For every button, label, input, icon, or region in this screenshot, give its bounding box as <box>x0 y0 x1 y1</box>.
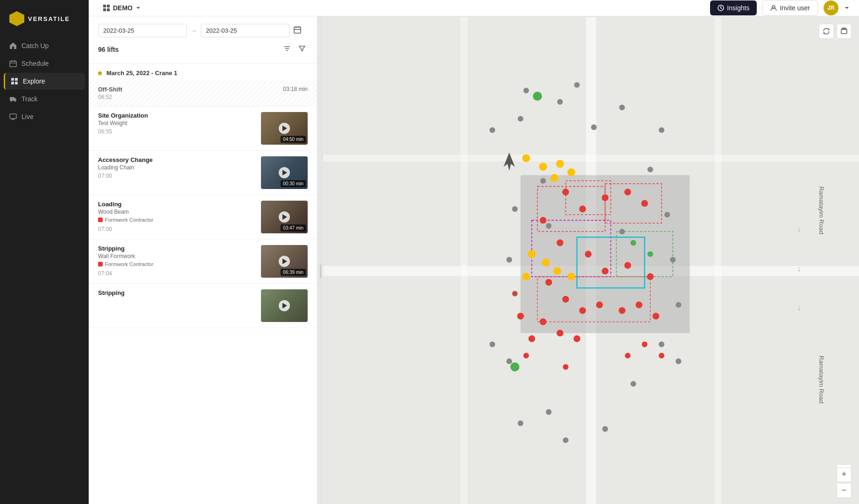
lift-subtype: Wood Beam <box>98 209 255 215</box>
svg-point-67 <box>602 426 608 432</box>
lift-time: 06:55 <box>98 128 255 135</box>
sidebar-label-live: Live <box>21 113 34 120</box>
lift-thumbnail[interactable]: 00:30 min <box>261 156 308 189</box>
lift-info: Stripping <box>98 289 255 296</box>
svg-point-100 <box>539 163 547 171</box>
chart-icon <box>718 5 724 11</box>
lift-info: Loading Wood Beam Formwork Contractor 07… <box>98 201 255 232</box>
lift-thumbnail[interactable] <box>261 289 308 322</box>
lift-thumbnail[interactable]: 04:50 min <box>261 112 308 145</box>
layers-button[interactable] <box>837 24 852 39</box>
play-button[interactable] <box>279 211 290 223</box>
svg-point-103 <box>550 174 558 182</box>
list-item[interactable]: Stripping <box>89 284 317 328</box>
zoom-out-button[interactable]: − <box>837 483 852 498</box>
main-content: DEMO Insights Invite user JR → <box>89 0 859 504</box>
svg-point-95 <box>563 364 569 370</box>
off-shift-item[interactable]: Off-Shift 06:52 03:18 min <box>89 80 317 106</box>
invite-user-button[interactable]: Invite user <box>762 0 818 16</box>
svg-rect-7 <box>15 82 18 84</box>
svg-point-69 <box>563 437 569 443</box>
svg-point-76 <box>556 239 563 246</box>
lift-type: Accessory Change <box>98 156 255 163</box>
map-area[interactable]: Ramatayim Road Ramatayim Road <box>323 16 859 504</box>
date-from-input[interactable] <box>98 24 187 37</box>
svg-point-48 <box>591 125 597 130</box>
list-item[interactable]: Stripping Wall Formwork Formwork Contrac… <box>89 239 317 284</box>
svg-point-61 <box>489 342 495 347</box>
sidebar-item-live[interactable]: Live <box>4 108 85 125</box>
filter-button[interactable] <box>296 43 308 56</box>
svg-point-85 <box>619 307 626 314</box>
panel-collapse-handle[interactable] <box>317 16 323 504</box>
svg-point-55 <box>619 229 625 234</box>
lift-info: Stripping Wall Formwork Formwork Contrac… <box>98 245 255 277</box>
svg-point-74 <box>641 200 648 207</box>
svg-rect-15 <box>107 5 110 7</box>
svg-point-84 <box>596 301 603 308</box>
svg-rect-17 <box>107 8 110 11</box>
svg-point-110 <box>510 363 519 371</box>
list-item[interactable]: Loading Wood Beam Formwork Contractor 07… <box>89 195 317 239</box>
svg-point-73 <box>624 189 631 196</box>
map-zoom-controls: + − <box>837 467 852 498</box>
tag-label: Formwork Contractor <box>105 261 153 267</box>
logo: VERSATILE <box>0 7 89 37</box>
sidebar-item-explore[interactable]: Explore <box>4 73 85 90</box>
svg-rect-0 <box>10 61 16 67</box>
svg-point-71 <box>579 206 586 213</box>
tag-color-dot <box>98 217 103 222</box>
project-selector[interactable]: DEMO <box>98 1 146 14</box>
svg-point-52 <box>648 167 653 172</box>
sidebar-label-track: Track <box>21 95 37 103</box>
lift-thumbnail[interactable]: 06:39 min <box>261 245 308 278</box>
svg-point-68 <box>518 420 523 426</box>
list-item[interactable]: Accessory Change Loading Chain 07:00 00:… <box>89 151 317 195</box>
sidebar-label-schedule: Schedule <box>21 60 49 67</box>
svg-point-81 <box>545 279 552 286</box>
svg-point-82 <box>562 296 569 303</box>
calendar-icon[interactable] <box>293 26 302 36</box>
play-button[interactable] <box>279 300 290 311</box>
user-avatar[interactable]: JR <box>824 0 838 15</box>
off-shift-label: Off-Shift <box>98 86 122 93</box>
play-button[interactable] <box>279 256 290 267</box>
svg-text:↓: ↓ <box>797 224 801 233</box>
user-menu-chevron[interactable] <box>844 5 850 11</box>
lift-tag: Formwork Contractor <box>98 261 153 267</box>
svg-rect-5 <box>15 78 18 81</box>
svg-point-93 <box>513 291 517 296</box>
calendar-icon <box>9 60 17 67</box>
svg-point-88 <box>540 318 547 325</box>
svg-point-9 <box>11 101 12 102</box>
map-controls-top <box>819 24 852 39</box>
svg-point-72 <box>602 194 609 201</box>
svg-point-112 <box>648 251 653 257</box>
thumb-duration: 06:39 min <box>281 269 306 276</box>
sort-button[interactable] <box>282 43 293 56</box>
sidebar-label-catch-up: Catch Up <box>21 42 49 49</box>
zoom-in-button[interactable]: + <box>837 467 852 482</box>
rotate-map-button[interactable] <box>819 24 834 39</box>
sidebar-item-catch-up[interactable]: Catch Up <box>4 37 85 54</box>
svg-text:Ramatayim Road: Ramatayim Road <box>818 187 825 235</box>
insights-button[interactable]: Insights <box>710 0 757 15</box>
play-button[interactable] <box>279 123 290 134</box>
lift-thumbnail[interactable]: 03:47 min <box>261 201 308 233</box>
svg-point-89 <box>556 329 563 336</box>
svg-rect-14 <box>103 5 106 7</box>
sidebar-item-schedule[interactable]: Schedule <box>4 55 85 72</box>
play-button[interactable] <box>279 167 290 178</box>
date-to-input[interactable] <box>201 24 289 37</box>
off-shift-time: 06:52 <box>98 94 122 100</box>
lift-panel-header: → 96 lifts <box>89 16 317 64</box>
svg-rect-20 <box>294 27 301 33</box>
svg-rect-11 <box>10 114 16 119</box>
truck-icon <box>9 95 17 103</box>
svg-point-45 <box>574 82 580 88</box>
list-item[interactable]: Site Organization Test Weight 06:55 04:5… <box>89 106 317 151</box>
svg-point-46 <box>489 127 495 133</box>
svg-point-104 <box>528 250 536 258</box>
sidebar-item-track[interactable]: Track <box>4 91 85 107</box>
grid-icon <box>11 77 18 85</box>
